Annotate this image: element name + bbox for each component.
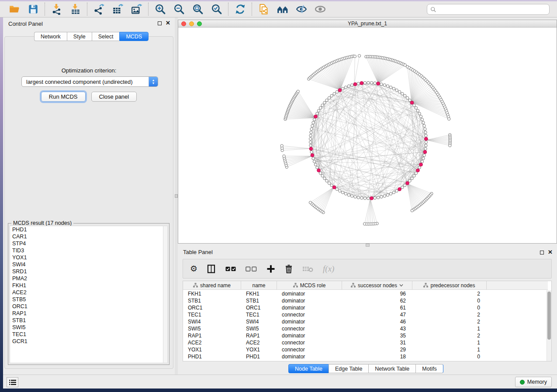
graph-leaf-node[interactable] (297, 90, 299, 93)
graph-node[interactable] (309, 141, 311, 144)
mcds-result-item[interactable]: ORC1 (10, 303, 163, 310)
deselect-all-button[interactable] (246, 263, 257, 275)
column-header-predecessor-nodes[interactable]: predecessor nodes (412, 281, 487, 289)
table-row[interactable]: ORC1ORC1dominator610 (183, 304, 547, 311)
graph-node[interactable] (316, 166, 318, 169)
graph-node[interactable] (421, 160, 423, 163)
export-image-button[interactable] (131, 3, 142, 15)
graph-node[interactable] (374, 82, 376, 84)
close-panel-button[interactable]: Close panel (91, 92, 137, 102)
graph-node[interactable] (425, 141, 427, 144)
table-row[interactable]: SWI4SWI4dominator462 (183, 318, 547, 325)
graph-node[interactable] (404, 184, 406, 186)
vertical-splitter-grip[interactable] (175, 194, 178, 198)
export-network-button[interactable] (93, 3, 105, 15)
search-input[interactable] (436, 7, 546, 13)
graph-node[interactable] (383, 84, 386, 86)
graph-hub-node[interactable] (332, 186, 336, 189)
graph-node[interactable] (415, 107, 417, 109)
graph-node[interactable] (321, 175, 324, 177)
graph-node[interactable] (416, 109, 419, 112)
network-window-titlebar[interactable]: YPA_prune.txt_1 (178, 20, 557, 28)
graph-hub-node[interactable] (398, 188, 401, 191)
graph-node[interactable] (374, 196, 376, 199)
mcds-result-item[interactable]: STB5 (10, 296, 163, 303)
function-builder-button[interactable]: f(x) (323, 263, 334, 275)
graph-hub-node[interactable] (423, 150, 427, 154)
delete-table-button[interactable] (302, 263, 314, 275)
select-all-button[interactable] (225, 263, 236, 275)
graph-hub-node[interactable] (317, 168, 321, 172)
graph-node[interactable] (423, 154, 426, 156)
import-network-button[interactable] (51, 3, 62, 15)
open-file-button[interactable] (8, 3, 20, 15)
table-settings-button[interactable]: ⚙ (190, 263, 197, 275)
graph-node[interactable] (406, 96, 408, 99)
zoom-selected-button[interactable] (211, 3, 222, 15)
table-row[interactable]: RAP1RAP1dominator352 (183, 332, 547, 339)
graph-node[interactable] (339, 189, 341, 192)
mcds-result-item[interactable]: SWI4 (10, 261, 163, 268)
graph-hub-node[interactable] (314, 115, 318, 118)
graph-node[interactable] (344, 193, 347, 195)
graph-node[interactable] (313, 160, 315, 163)
network-canvas[interactable] (178, 28, 557, 243)
graph-node[interactable] (415, 172, 417, 175)
tab-motifs[interactable]: Motifs (415, 364, 443, 373)
graph-hub-node[interactable] (360, 82, 363, 85)
graph-hub-node[interactable] (377, 82, 380, 85)
graph-node[interactable] (333, 93, 336, 95)
table-row[interactable]: SWI5SWI5connector431 (183, 325, 547, 332)
graph-node[interactable] (367, 197, 370, 199)
graph-node[interactable] (367, 81, 370, 84)
close-panel-icon[interactable]: ✕ (166, 21, 170, 25)
graph-node[interactable] (386, 194, 389, 196)
mcds-result-item[interactable]: PHD1 (10, 226, 163, 233)
graph-node[interactable] (347, 85, 350, 87)
graph-node[interactable] (401, 186, 404, 189)
graph-node[interactable] (316, 112, 318, 115)
zoom-fit-button[interactable] (192, 3, 204, 15)
graph-node[interactable] (377, 196, 379, 199)
graph-node[interactable] (310, 151, 313, 153)
mcds-result-item[interactable]: TID3 (10, 247, 163, 254)
graph-node[interactable] (323, 101, 326, 104)
graph-node[interactable] (413, 175, 415, 177)
graph-node[interactable] (419, 115, 422, 118)
mcds-result-item[interactable]: YOX1 (10, 254, 163, 261)
column-header-successor-nodes[interactable]: successor nodes (342, 281, 412, 289)
graph-node[interactable] (404, 94, 406, 97)
graph-hub-node[interactable] (416, 168, 420, 172)
graph-node[interactable] (350, 84, 353, 86)
graph-node[interactable] (314, 163, 317, 166)
scrollbar-thumb[interactable] (547, 292, 551, 340)
graph-node[interactable] (309, 138, 311, 140)
graph-node[interactable] (309, 134, 312, 137)
table-row[interactable]: ACE2ACE2connector311 (183, 339, 547, 346)
graph-node[interactable] (423, 124, 426, 127)
graph-node[interactable] (330, 94, 333, 97)
graph-node[interactable] (328, 96, 330, 99)
node-table-scrollbar[interactable] (547, 290, 551, 361)
graph-node[interactable] (424, 131, 427, 134)
graph-node[interactable] (425, 144, 427, 147)
table-row[interactable]: PHD1PHD1dominator180 (183, 353, 547, 360)
tab-network[interactable]: Network (34, 32, 67, 41)
graph-leaf-node[interactable] (309, 201, 311, 204)
graph-node[interactable] (408, 99, 411, 101)
graph-hub-node[interactable] (419, 163, 423, 166)
graph-hub-node[interactable] (424, 137, 428, 141)
graph-node[interactable] (422, 121, 425, 124)
graph-node[interactable] (383, 195, 386, 197)
zoom-out-button[interactable] (173, 3, 185, 15)
graph-node[interactable] (389, 86, 392, 89)
graph-node[interactable] (363, 197, 366, 199)
mcds-result-item[interactable]: GCR1 (10, 338, 163, 345)
graph-hub-node[interactable] (410, 101, 414, 104)
tab-node-table[interactable]: Node Table (288, 364, 329, 373)
column-header-name[interactable]: name (241, 281, 277, 289)
graph-node[interactable] (395, 189, 398, 192)
add-row-button[interactable] (266, 263, 275, 275)
export-table-button[interactable] (112, 3, 124, 15)
import-table-button[interactable] (69, 3, 81, 15)
